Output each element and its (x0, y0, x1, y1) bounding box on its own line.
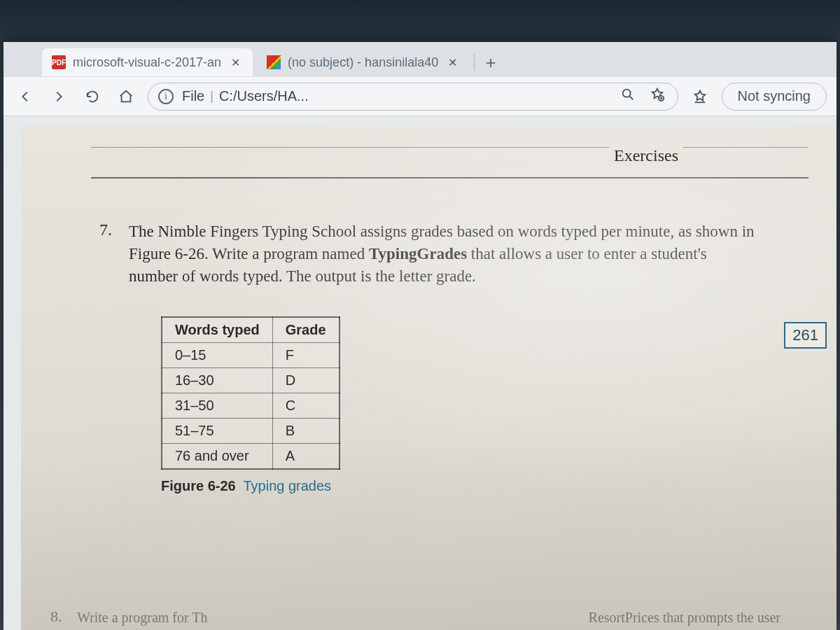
favorites-button[interactable] (688, 85, 712, 108)
table-row: 16–30D (162, 368, 340, 393)
refresh-button[interactable] (80, 85, 104, 108)
tab-pdf[interactable]: PDF microsoft-visual-c-2017-an ✕ (42, 48, 253, 76)
tab-gmail[interactable]: (no subject) - hansinilala40 ✕ (257, 48, 470, 76)
cell-range: 31–50 (162, 393, 272, 418)
table-row: 31–50C (162, 393, 340, 418)
cell-grade: D (272, 368, 339, 393)
toolbar: i File | C:/Users/HA... Not syncing (4, 77, 836, 116)
gmail-favicon-icon (267, 55, 281, 69)
table-row: 51–75B (162, 418, 340, 443)
pdf-favicon-icon: PDF (52, 55, 66, 69)
rule-thin (91, 147, 808, 148)
close-icon[interactable]: ✕ (445, 55, 460, 71)
section-heading: Exercises (610, 146, 682, 165)
grades-table: Words typed Grade 0–15F 16–30D 31–50C 51… (161, 316, 340, 470)
col-grade: Grade (272, 317, 339, 343)
col-words-typed: Words typed (162, 317, 272, 343)
figure-6-26: Words typed Grade 0–15F 16–30D 31–50C 51… (161, 316, 808, 494)
find-on-page-icon[interactable] (617, 87, 638, 106)
browser-window: PDF microsoft-visual-c-2017-an ✕ (no sub… (4, 42, 836, 630)
sync-label: Not syncing (738, 88, 811, 104)
cell-range: 0–15 (162, 342, 272, 368)
rule-thick (91, 177, 808, 178)
cell-grade: B (272, 418, 339, 443)
question-number: 7. (91, 220, 112, 288)
home-button[interactable] (114, 85, 138, 108)
cutoff-text-left: Write a program for Th (77, 610, 208, 626)
figure-label: Figure 6-26 (161, 478, 236, 493)
cutoff-text-right: ResortPrices that prompts the user (589, 610, 780, 626)
address-text: File | C:/Users/HA... (182, 88, 609, 104)
favorite-add-icon[interactable] (647, 87, 668, 106)
cell-range: 16–30 (162, 368, 272, 393)
program-name: TypingGrades (369, 245, 467, 262)
close-icon[interactable]: ✕ (228, 55, 243, 71)
new-tab-button[interactable]: ＋ (479, 50, 503, 74)
tab-strip: PDF microsoft-visual-c-2017-an ✕ (no sub… (4, 42, 836, 77)
address-bar[interactable]: i File | C:/Users/HA... (148, 83, 678, 111)
tab-title: (no subject) - hansinilala40 (288, 55, 438, 70)
table-row: 0–15F (162, 342, 340, 368)
tab-title: microsoft-visual-c-2017-an (73, 55, 221, 70)
table-row: 76 and overA (162, 443, 340, 469)
url-scheme: File (182, 88, 204, 104)
site-info-icon[interactable]: i (158, 89, 174, 104)
cell-range: 51–75 (162, 418, 272, 443)
tab-separator (474, 54, 475, 71)
next-question-number: 8. (50, 608, 62, 626)
cell-grade: A (272, 443, 339, 469)
back-button[interactable] (13, 85, 37, 108)
cell-grade: C (272, 393, 339, 418)
figure-caption: Figure 6-26 Typing grades (161, 478, 808, 494)
cell-range: 76 and over (162, 443, 272, 469)
cell-grade: F (272, 342, 339, 368)
page-number-badge: 261 (784, 322, 827, 349)
url-divider: | (210, 89, 214, 104)
url-path: C:/Users/HA... (219, 88, 309, 104)
forward-button[interactable] (47, 85, 71, 108)
question-text: The Nimble Fingers Typing School assigns… (129, 220, 759, 288)
pdf-page: Exercises 7. The Nimble Fingers Typing S… (21, 126, 836, 630)
exercise-7: 7. The Nimble Fingers Typing School assi… (91, 220, 808, 288)
sync-status-button[interactable]: Not syncing (722, 83, 827, 111)
figure-title: Typing grades (243, 478, 331, 493)
svg-point-0 (622, 90, 630, 97)
